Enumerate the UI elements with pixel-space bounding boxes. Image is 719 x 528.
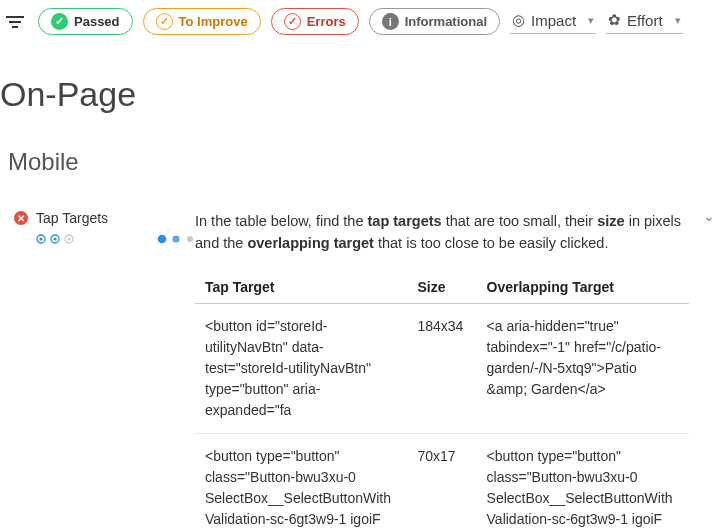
text-bold: overlapping target [247,235,374,251]
cell-tap-target: <button id="storeId-utilityNavBtn" data-… [195,303,407,433]
svg-point-6 [158,235,167,244]
page-title: On-Page [0,49,719,118]
text-bold: tap targets [368,213,442,229]
col-tap-target: Tap Target [195,271,407,304]
check-name: Tap Targets [36,210,108,226]
dropdown-label: Effort [627,12,663,29]
chip-to-improve[interactable]: ✓ To Improve [143,8,261,35]
check-icon: ✓ [156,13,173,30]
gear-icon [171,234,181,244]
svg-point-1 [39,237,42,240]
collapse-chevron-icon[interactable]: ⌄ [703,208,715,224]
cell-overlapping: <a aria-hidden="true" tabindex="-1" href… [477,303,689,433]
chip-passed[interactable]: ✓ Passed [38,8,133,35]
check-row: ✕ Tap Targets ⌄ In the table below, find… [0,182,719,528]
error-badge-icon: ✕ [14,211,28,225]
chevron-down-icon: ▾ [588,14,594,27]
impact-effort-meter [14,226,195,244]
text: that are too small, their [442,213,598,229]
check-panel: ✕ Tap Targets [0,210,195,244]
svg-point-7 [172,235,179,242]
gear-icon: ✿ [608,11,621,29]
section-title: Mobile [0,118,719,182]
chip-label: To Improve [179,14,248,29]
check-icon: ✓ [284,13,301,30]
info-icon: i [382,13,399,30]
target-icon: ◎ [512,11,525,29]
cell-size: 70x17 [407,433,476,528]
svg-point-8 [187,236,193,242]
check-body: ⌄ In the table below, find the tap targe… [195,210,719,528]
chip-label: Errors [307,14,346,29]
chevron-down-icon: ▾ [675,14,681,27]
table-row: <button type="button" class="Button-bwu3… [195,433,689,528]
text: that is too close to be easily clicked. [374,235,609,251]
target-icon [50,234,60,244]
chip-label: Passed [74,14,120,29]
col-overlapping: Overlapping Target [477,271,689,304]
text: In the table below, find the [195,213,368,229]
col-size: Size [407,271,476,304]
svg-point-3 [53,237,56,240]
target-icon [36,234,46,244]
impact-dropdown[interactable]: ◎ Impact ▾ [510,9,596,34]
target-icon [64,234,74,244]
intro-text: In the table below, find the tap targets… [195,210,689,255]
effort-dropdown[interactable]: ✿ Effort ▾ [606,9,683,34]
cell-overlapping: <button type="button" class="Button-bwu3… [477,433,689,528]
text-bold: size [597,213,624,229]
chip-informational[interactable]: i Informational [369,8,500,35]
toolbar: ✓ Passed ✓ To Improve ✓ Errors i Informa… [0,0,719,49]
check-icon: ✓ [51,13,68,30]
dropdown-label: Impact [531,12,576,29]
chip-errors[interactable]: ✓ Errors [271,8,359,35]
check-header[interactable]: ✕ Tap Targets [14,210,195,226]
chip-label: Informational [405,14,487,29]
filter-icon[interactable] [6,12,26,32]
table-row: <button id="storeId-utilityNavBtn" data-… [195,303,689,433]
table-header-row: Tap Target Size Overlapping Target [195,271,689,304]
gear-icon [185,234,195,244]
cell-size: 184x34 [407,303,476,433]
svg-point-5 [67,237,70,240]
cell-tap-target: <button type="button" class="Button-bwu3… [195,433,407,528]
gear-icon [157,234,167,244]
tap-targets-table: Tap Target Size Overlapping Target <butt… [195,271,689,528]
